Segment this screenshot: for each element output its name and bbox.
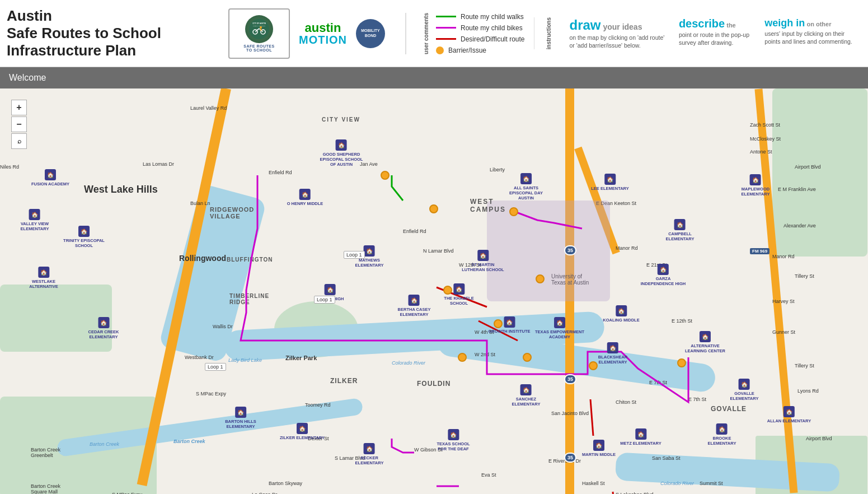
i35-badge-3: 35 bbox=[564, 453, 576, 463]
school-texas-empowerment[interactable]: 🏠 TEXAS EMPOWERMENTACADEMY bbox=[535, 317, 584, 339]
zoom-in-button[interactable]: + bbox=[11, 100, 27, 115]
label-w2nd: W 2nd St bbox=[475, 352, 495, 357]
area-ridgewood: RIDGEWOODVILLAGE bbox=[210, 206, 254, 220]
legend-bikes: Route my child bikes bbox=[436, 24, 525, 32]
map-container[interactable]: Laurel Valley Rd Las Lomas Dr Bulan Ln E… bbox=[0, 88, 868, 494]
difficult-line-icon bbox=[436, 38, 456, 40]
school-trinity[interactable]: 🏠 TRINITY EPISCOPALSCHOOL bbox=[63, 226, 105, 248]
colorado-label: Colorado River bbox=[392, 360, 425, 366]
barrier-b5[interactable] bbox=[536, 274, 545, 283]
label-harvey: Harvey St bbox=[772, 299, 795, 304]
barrier-b1[interactable] bbox=[381, 171, 390, 180]
welcome-bar: Welcome bbox=[0, 67, 868, 88]
barrier-b8[interactable] bbox=[458, 353, 467, 362]
i35-badge-2: 35 bbox=[564, 374, 576, 384]
area-west-campus: WESTCAMPUS bbox=[470, 198, 506, 213]
label-emfranklin: E M Franklin Ave bbox=[778, 187, 816, 192]
page-title: AustinSafe Routes to SchoolInfrastructur… bbox=[7, 7, 219, 60]
school-texas-deaf[interactable]: 🏠 TEXAS SCHOOLFOR THE DEAF bbox=[437, 429, 470, 451]
label-chiton: Chiton St bbox=[616, 399, 636, 405]
austin-text: austin bbox=[305, 22, 341, 34]
school-barton-hills[interactable]: 🏠 BARTON HILLSELEMENTARY bbox=[225, 407, 256, 429]
barrier-b4[interactable] bbox=[443, 286, 452, 295]
school-good-shepherd[interactable]: 🏠 GOOD SHEPHERDEPISCOPAL SCHOOLOF AUSTIN bbox=[320, 139, 363, 167]
school-alternative-learning[interactable]: 🏠 ALTERNATIVELEARNING CENTER bbox=[685, 331, 725, 353]
barrier-b7[interactable] bbox=[523, 353, 532, 362]
draw-desc: on the map by clicking on 'add route' or… bbox=[570, 34, 665, 49]
school-bertha-casey[interactable]: 🏠 BERTHA CASEYELEMENTARY bbox=[398, 295, 431, 317]
school-maplewood[interactable]: 🏠 MAPLEWOODELEMENTARY bbox=[742, 174, 770, 197]
austin-motion-logo: austin MOTION bbox=[299, 22, 347, 45]
label-liberty: Liberty bbox=[490, 167, 505, 173]
barton-creek-sq: Barton CreekSquare Mall bbox=[31, 483, 60, 494]
label-e7th: E 7th St bbox=[649, 380, 667, 385]
school-ohenry[interactable]: 🏠 O HENRY MIDDLE bbox=[287, 189, 323, 206]
school-sanchez[interactable]: 🏠 SANCHEZELEMENTARY bbox=[512, 384, 541, 407]
barton-creek-water-label: Barton Creek bbox=[90, 441, 119, 447]
weighin-title: weigh in on other bbox=[764, 17, 861, 29]
instruction-draw: draw your ideas on the map by clicking o… bbox=[570, 17, 665, 49]
loop1-label-c: Loop 1 bbox=[205, 363, 226, 371]
label-bartonsky: Barton Skyway bbox=[269, 481, 302, 486]
barrier-b6[interactable] bbox=[494, 319, 503, 328]
area-rollingwood: Rollingwood bbox=[179, 254, 226, 263]
fm969-badge: FM 969 bbox=[750, 248, 770, 254]
barton-creek-label: Barton CreekGreenbelt bbox=[31, 447, 60, 458]
school-becker[interactable]: 🏠 BECKERELEMENTARY bbox=[355, 443, 384, 465]
label-wallis: Wallis Dr bbox=[213, 324, 233, 329]
city-seal-icon: CITY OF AUSTIN PUBLIC SCHOOLS bbox=[245, 15, 273, 43]
label-nlamar: N Lamar Blvd bbox=[423, 248, 454, 254]
label-westbank: Westbank Dr bbox=[185, 355, 214, 360]
barrier-b2[interactable] bbox=[429, 204, 438, 213]
label-e12th: E 12th St bbox=[672, 318, 692, 324]
srts-text: SAFE ROUTESTO SCHOOL bbox=[243, 44, 274, 52]
label-niles: Niles Rd bbox=[0, 164, 19, 170]
difficult-label: Desired/Difficult route bbox=[461, 35, 525, 43]
motion-text: MOTION bbox=[299, 34, 347, 45]
header: AustinSafe Routes to SchoolInfrastructur… bbox=[0, 0, 868, 67]
user-comments-section: user comments Route my child walks Route… bbox=[405, 13, 525, 54]
map-controls: + − ⌕ bbox=[11, 100, 27, 149]
school-stmartin[interactable]: 🏠 ST MARTINLUTHERAN SCHOOL bbox=[462, 250, 504, 272]
area-govalle: GOVALLE bbox=[711, 405, 747, 413]
school-valley-view[interactable]: 🏠 VALLEY VIEWELEMENTARY bbox=[21, 209, 49, 231]
area-fouldin: FOULDIN bbox=[417, 380, 451, 388]
university-area bbox=[487, 201, 610, 301]
zoom-out-button[interactable]: − bbox=[11, 116, 27, 132]
lady-bird-label: Lady Bird Lake bbox=[228, 357, 262, 363]
welcome-label: Welcome bbox=[9, 73, 46, 83]
school-blackshear[interactable]: 🏠 BLACKSHEARELEMENTARY bbox=[598, 342, 628, 365]
barrier-b10[interactable] bbox=[677, 358, 686, 367]
school-campbell[interactable]: 🏠 CAMPBELLELEMENTARY bbox=[666, 219, 695, 241]
barrier-b3[interactable] bbox=[509, 207, 518, 216]
school-lee[interactable]: 🏠 LEE ELEMENTARY bbox=[591, 174, 629, 191]
barrier-b9[interactable] bbox=[589, 361, 598, 370]
bikes-line-icon bbox=[436, 27, 456, 29]
school-all-saints[interactable]: 🏠 ALL SAINTSEPISCOPAL DAYAUSTIN bbox=[509, 173, 543, 201]
svg-point-8 bbox=[260, 26, 262, 29]
label-bulan: Bulan Ln bbox=[190, 201, 210, 206]
label-lyons: Lyons Rd bbox=[797, 388, 819, 394]
legend-barrier: Barrier/Issue bbox=[436, 46, 525, 54]
walks-label: Route my child walks bbox=[461, 13, 524, 21]
school-brooke[interactable]: 🏠 BROOKEELEMENTARY bbox=[708, 423, 736, 446]
school-koaling[interactable]: 🏠 KOALING MIDDLE bbox=[603, 305, 639, 323]
school-govalle[interactable]: 🏠 GOVALLEELEMENTARY bbox=[730, 379, 759, 401]
school-cedar-creek[interactable]: 🏠 CEDAR CREEKELEMENTARY bbox=[88, 317, 119, 339]
school-metz[interactable]: 🏠 METZ ELEMENTARY bbox=[620, 428, 661, 446]
school-westlake[interactable]: 🏠 WESTLAKEALTERNATIVE bbox=[29, 267, 58, 289]
label-airport: Airport Blvd bbox=[795, 164, 821, 170]
label-summit: Summit St bbox=[700, 481, 723, 486]
label-tillery: Tillery St bbox=[795, 363, 814, 369]
area-cityview: CITY VIEW bbox=[322, 116, 360, 123]
instructions-label: instructions bbox=[546, 17, 552, 49]
label-haskell: Haskell St bbox=[582, 481, 605, 486]
school-allan[interactable]: 🏠 ALLAN ELEMENTARY bbox=[767, 406, 811, 423]
search-button[interactable]: ⌕ bbox=[11, 133, 27, 149]
school-garza[interactable]: 🏠 GARZAINDEPENDENCE HIGH bbox=[641, 264, 686, 286]
label-mccloskey: McCloskey St bbox=[750, 136, 781, 142]
school-zilker[interactable]: 🏠 ZILKER ELEMENTARY bbox=[280, 423, 325, 440]
label-antone: Antone St bbox=[750, 149, 772, 155]
school-martin[interactable]: 🏠 MARTIN MIDDLE bbox=[582, 440, 616, 457]
school-fusion-academy[interactable]: 🏠 FUSION ACADEMY bbox=[31, 169, 69, 187]
